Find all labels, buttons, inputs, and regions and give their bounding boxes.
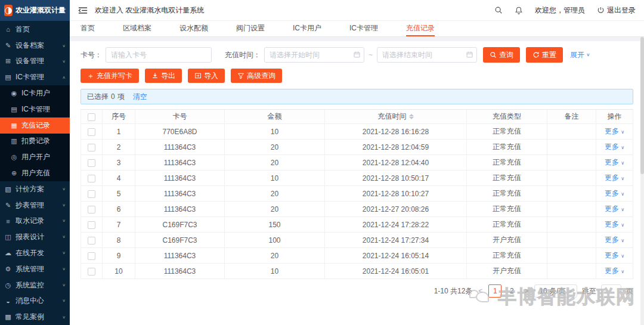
- search-button[interactable]: 查询: [483, 47, 520, 63]
- select-all-checkbox[interactable]: [88, 113, 95, 121]
- scrollbar-thumb[interactable]: [640, 37, 644, 174]
- row-checkbox[interactable]: [88, 159, 95, 167]
- row-checkbox[interactable]: [88, 128, 95, 136]
- more-actions-link[interactable]: 更多 ∨: [605, 220, 624, 228]
- table-row: 6111364C3202021-12-27 20:08:26正常充值更多 ∨: [81, 202, 633, 217]
- chevron-down-icon: ∨: [62, 219, 66, 223]
- card-no-input[interactable]: [106, 47, 212, 63]
- prev-page-arrow[interactable]: <: [477, 287, 484, 295]
- more-actions-link[interactable]: 更多 ∨: [605, 267, 624, 275]
- tab-IC卡管理[interactable]: IC卡管理: [349, 21, 378, 36]
- bell-icon[interactable]: [515, 6, 523, 15]
- sidebar-item-user-recharge[interactable]: ⊕用户充值: [0, 165, 70, 181]
- row-checkbox[interactable]: [88, 268, 95, 276]
- row-checkbox[interactable]: [88, 221, 95, 229]
- sidebar-item-ic-card-list[interactable]: ▤IC卡管理: [0, 101, 70, 117]
- row-select-cell: [81, 202, 103, 217]
- advanced-search-button[interactable]: 高级查询: [231, 69, 282, 83]
- reset-button[interactable]: 重置: [526, 47, 563, 63]
- more-actions-link[interactable]: 更多 ∨: [605, 143, 624, 151]
- sidebar-item-ic-card-manage[interactable]: ▤IC卡管理∧: [0, 69, 70, 85]
- selection-bar: 已选择 0 项 清空: [80, 89, 633, 104]
- sidebar-item-report-design[interactable]: ◫报表设计∨: [0, 229, 70, 245]
- cell-time: 2021-12-28 10:50:17: [325, 171, 467, 186]
- tab-首页[interactable]: 首页: [80, 21, 95, 36]
- chevron-down-icon: ∨: [62, 267, 66, 271]
- import-button[interactable]: 导入: [188, 69, 225, 83]
- table-row: 1770E6A8D102021-12-28 16:16:28正常充值更多 ∨: [81, 124, 633, 140]
- start-time-input[interactable]: [264, 47, 364, 63]
- content: 卡号： 充值时间： ~: [70, 37, 644, 325]
- more-actions-link[interactable]: 更多 ∨: [605, 251, 624, 259]
- more-actions-link[interactable]: 更多 ∨: [605, 236, 624, 244]
- end-time-input[interactable]: [377, 47, 477, 63]
- search-icon[interactable]: [494, 6, 503, 14]
- more-actions-link[interactable]: 更多 ∨: [605, 127, 624, 135]
- sidebar-item-deduction-record[interactable]: ▥扣费记录: [0, 134, 70, 150]
- sidebar-item-home[interactable]: ⌂首页: [0, 21, 70, 38]
- col-header-amount: 金额: [225, 110, 325, 124]
- more-actions-link[interactable]: 更多 ∨: [605, 205, 624, 213]
- cell-action: 更多 ∨: [596, 248, 633, 264]
- sidebar-item-device-manage[interactable]: ⊞设备管理∨: [0, 54, 70, 70]
- more-actions-link[interactable]: 更多 ∨: [605, 189, 624, 197]
- message-center-icon: ◒: [4, 298, 12, 305]
- chevron-down-icon: ∨: [568, 289, 572, 293]
- sidebar-item-ic-card-user[interactable]: ◉IC卡用户: [0, 85, 70, 101]
- tab-IC卡用户[interactable]: IC卡用户: [293, 21, 321, 36]
- table-row: 8C169F7C31002021-12-24 17:27:34开户充值更多 ∨: [81, 233, 633, 248]
- recharge-write-card-button[interactable]: ＋ 充值并写卡: [80, 69, 139, 83]
- more-actions-link[interactable]: 更多 ∨: [605, 158, 624, 166]
- sidebar-item-water-record[interactable]: ≡取水记录∨: [0, 213, 70, 230]
- sidebar-item-common-cases[interactable]: ▩常见案例∨: [0, 309, 70, 325]
- clear-selection-link[interactable]: 清空: [133, 92, 147, 102]
- page-size-select[interactable]: 10 条/页 ∨: [534, 284, 577, 298]
- collapse-menu-icon[interactable]: [78, 7, 88, 14]
- cell-card: 111364C3: [135, 140, 225, 155]
- row-checkbox[interactable]: [88, 237, 95, 244]
- sidebar-item-message-center[interactable]: ◒消息中心∨: [0, 293, 70, 309]
- expand-toggle[interactable]: 展开 ∨: [570, 50, 590, 60]
- sidebar: 农业灌溉双计量 ⌂首页✎设备档案∨⊞设备管理∨▤IC卡管理∧◉IC卡用户▤IC卡…: [0, 0, 70, 325]
- cell-amount: 20: [225, 155, 325, 171]
- system-manage-icon: ⚙: [4, 265, 12, 273]
- scrollbar[interactable]: [640, 37, 644, 325]
- sidebar-item-system-manage[interactable]: ⚙系统管理∨: [0, 261, 70, 277]
- sidebar-item-pricing-plan[interactable]: ▧计价方案∨: [0, 181, 70, 197]
- col-header-time[interactable]: 充值时间: [325, 110, 467, 124]
- page-button-1[interactable]: 1: [488, 284, 501, 298]
- sidebar-item-online-dev[interactable]: ☁在线开发∨: [0, 245, 70, 261]
- more-label: 更多: [605, 220, 621, 228]
- row-checkbox[interactable]: [88, 175, 95, 182]
- advanced-search-label: 高级查询: [247, 71, 275, 81]
- export-label: 导出: [161, 71, 175, 81]
- cell-type: 开户充值: [467, 233, 547, 248]
- jump-page-input[interactable]: [601, 284, 621, 298]
- sort-icon[interactable]: [409, 114, 414, 119]
- row-checkbox[interactable]: [88, 190, 95, 198]
- sidebar-item-meter-reading[interactable]: ✎抄表管理∨: [0, 197, 70, 213]
- more-actions-link[interactable]: 更多 ∨: [605, 174, 624, 182]
- more-label: 更多: [605, 267, 621, 275]
- cell-action: 更多 ∨: [596, 217, 633, 233]
- row-checkbox[interactable]: [88, 252, 95, 260]
- app-title: 农业灌溉双计量: [16, 5, 66, 16]
- row-checkbox[interactable]: [88, 144, 95, 151]
- tab-阀门设置[interactable]: 阀门设置: [236, 21, 265, 36]
- tab-充值记录[interactable]: 充值记录: [406, 21, 435, 36]
- logout-button[interactable]: 退出登录: [597, 5, 636, 16]
- sidebar-item-recharge-record[interactable]: ▦充值记录: [0, 117, 70, 134]
- row-checkbox[interactable]: [88, 206, 95, 213]
- tab-设水配额[interactable]: 设水配额: [179, 21, 208, 36]
- chevron-down-icon: ∨: [621, 222, 624, 228]
- cell-time: 2021-12-24 17:28:22: [325, 217, 467, 233]
- filter-row: 卡号： 充值时间： ~: [80, 47, 633, 63]
- page-button-2[interactable]: 2: [505, 284, 518, 298]
- tab-区域档案[interactable]: 区域档案: [123, 21, 151, 36]
- sidebar-item-label: 充值记录: [21, 120, 50, 131]
- export-button[interactable]: 导出: [145, 69, 182, 83]
- sidebar-item-device-archive[interactable]: ✎设备档案∨: [0, 38, 70, 54]
- sidebar-item-system-monitor[interactable]: ◷系统监控∨: [0, 277, 70, 293]
- sidebar-item-open-account[interactable]: ◎用户开户: [0, 149, 70, 165]
- next-page-arrow[interactable]: >: [523, 287, 530, 295]
